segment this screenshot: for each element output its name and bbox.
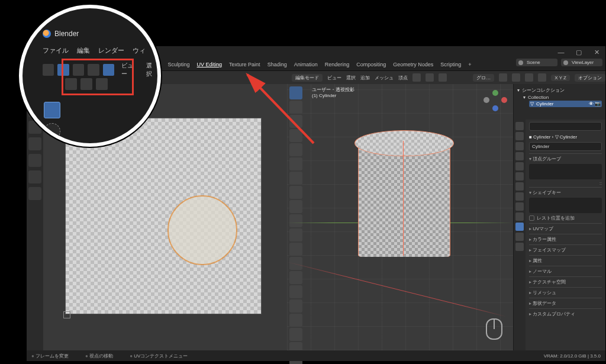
tool-rotate-icon[interactable]	[28, 137, 41, 150]
vptool-spin-icon[interactable]	[289, 299, 302, 313]
options-dropdown[interactable]: オプション	[575, 74, 605, 82]
vp-selectmode-vertex-icon[interactable]	[412, 73, 421, 82]
zoom-tool-tweak-icon[interactable]	[44, 102, 60, 118]
vptool-bevel-icon[interactable]	[289, 243, 302, 256]
tab-animation[interactable]: Animation	[294, 62, 318, 67]
panel-uv-maps-header[interactable]: UVマップ	[529, 226, 602, 232]
proptab-physics-icon[interactable]	[515, 202, 524, 211]
window-close[interactable]: ✕	[589, 47, 604, 57]
vptool-annotate-icon[interactable]	[289, 172, 302, 185]
tab-scripting[interactable]: Scripting	[440, 62, 461, 67]
proptab-viewlayer-icon[interactable]	[515, 142, 524, 150]
vptool-polybuild-icon[interactable]	[289, 285, 302, 298]
shading-rendered-icon[interactable]	[538, 73, 546, 82]
outliner-object-cylinder[interactable]: ▽Cylinder 👁 📷	[529, 101, 602, 107]
menu-edit[interactable]: 編集	[77, 46, 90, 55]
mesh-cylinder-top[interactable]	[354, 130, 454, 156]
proptab-world-icon[interactable]	[515, 162, 524, 170]
menu-render[interactable]: レンダー	[98, 46, 124, 55]
vptool-scale-icon[interactable]	[289, 143, 302, 156]
gizmo-x-icon[interactable]	[501, 97, 507, 103]
mesh-name-field[interactable]	[529, 142, 602, 151]
tab-rendering[interactable]: Rendering	[325, 62, 350, 67]
panel-attributes-header[interactable]: 属性	[529, 257, 602, 264]
panel-color-attributes[interactable]: カラー属性	[529, 234, 602, 244]
tab-compositing[interactable]: Compositing	[356, 62, 386, 67]
vptool-select-icon[interactable]	[289, 86, 302, 99]
vptool-rotate-icon[interactable]	[289, 129, 302, 142]
transform-orientation[interactable]: X Y Z	[551, 75, 570, 81]
vptool-transform-icon[interactable]	[289, 157, 302, 170]
panel-normals[interactable]: ノーマル	[529, 266, 602, 276]
outliner-scene-collection[interactable]: シーンコレクション	[517, 86, 602, 94]
tab-geometry-nodes[interactable]: Geometry Nodes	[393, 62, 433, 67]
gizmo-negx-icon[interactable]	[483, 97, 489, 103]
proptab-output-icon[interactable]	[515, 132, 524, 140]
tab-texture-paint[interactable]: Texture Paint	[229, 62, 260, 67]
gizmo-z-icon[interactable]	[492, 105, 498, 111]
scene-selector[interactable]: Scene	[516, 59, 557, 66]
panel-texture-space-header[interactable]: テクスチャ空間	[529, 279, 602, 285]
panel-geometry-data-header[interactable]: 形状データ	[529, 300, 602, 307]
properties-search-input[interactable]	[529, 122, 602, 131]
vp-menu-select[interactable]: 選択	[346, 75, 356, 81]
panel-color-attributes-header[interactable]: カラー属性	[529, 236, 602, 243]
vptool-cursor-icon[interactable]	[289, 101, 302, 114]
nav-gizmo[interactable]	[483, 90, 507, 114]
panel-geometry-data[interactable]: 形状データ	[529, 298, 602, 308]
vptool-addcube-icon[interactable]	[289, 200, 302, 213]
vptool-edgeslide-icon[interactable]	[289, 328, 302, 341]
panel-texture-space[interactable]: テクスチャ空間	[529, 276, 602, 287]
panel-face-maps[interactable]: フェイスマップ	[529, 244, 602, 255]
proptab-object-icon[interactable]	[515, 172, 524, 181]
mode-selector[interactable]: 編集モード	[292, 74, 323, 82]
proptab-scene-icon[interactable]	[515, 152, 524, 160]
panel-custom-properties[interactable]: カスタムプロパティ	[529, 308, 602, 319]
panel-face-maps-header[interactable]: フェイスマップ	[529, 247, 602, 253]
vp-menu-mesh[interactable]: メッシュ	[375, 75, 394, 81]
panel-shape-keys-header[interactable]: シェイプキー	[529, 189, 602, 196]
vptool-inset-icon[interactable]	[289, 228, 302, 241]
panel-custom-properties-header[interactable]: カスタムプロパティ	[529, 311, 602, 317]
uv-island-circle[interactable]	[167, 195, 237, 265]
menu-window[interactable]: ウィ	[133, 46, 146, 55]
panel-shape-keys[interactable]: シェイプキー レスト位置を追加	[529, 187, 602, 223]
vptool-smooth-icon[interactable]	[289, 314, 302, 327]
tab-add[interactable]: +	[468, 62, 471, 67]
shading-matprev-icon[interactable]	[525, 73, 533, 82]
tool-annotate-icon[interactable]	[28, 187, 41, 200]
window-minimize[interactable]: —	[553, 47, 569, 57]
vptool-extrude-icon[interactable]	[289, 214, 302, 227]
proptab-particles-icon[interactable]	[515, 192, 524, 201]
tool-scale-icon[interactable]	[28, 154, 41, 167]
zoom-select-label[interactable]: 選択	[146, 62, 157, 78]
proptab-modifier-icon[interactable]	[515, 182, 524, 191]
overlay-dropdown[interactable]: グロ…	[473, 74, 494, 82]
gizmo-y-icon[interactable]	[492, 90, 498, 96]
vp-selectmode-face-icon[interactable]	[439, 73, 447, 82]
proptab-material-icon[interactable]	[515, 233, 524, 241]
panel-uv-maps[interactable]: UVマップ	[529, 223, 602, 234]
shading-solid-icon[interactable]	[512, 73, 520, 82]
panel-remesh-header[interactable]: リメッシュ	[529, 289, 602, 296]
outliner-collection[interactable]: Collection	[517, 94, 602, 101]
proptab-data-icon[interactable]	[515, 223, 524, 231]
vptool-measure-icon[interactable]	[289, 186, 302, 199]
proptab-render-icon[interactable]	[515, 122, 524, 130]
vertex-groups-list[interactable]	[529, 164, 602, 179]
panel-remesh[interactable]: リメッシュ	[529, 287, 602, 298]
shape-keys-list[interactable]	[529, 198, 602, 213]
tool-transform-icon[interactable]	[28, 170, 41, 183]
proptab-texture-icon[interactable]	[515, 243, 524, 251]
vptool-move-icon[interactable]	[289, 115, 302, 128]
add-rest-position-row[interactable]: レスト位置を追加	[529, 215, 602, 221]
tab-uv-editing[interactable]: UV Editing	[197, 62, 223, 67]
panel-vertex-groups[interactable]: 頂点グループ ::	[529, 153, 602, 187]
panel-vertex-groups-header[interactable]: 頂点グループ	[529, 156, 602, 162]
editor-type-icon[interactable]	[43, 64, 54, 76]
menu-file[interactable]: ファイル	[43, 46, 69, 55]
shading-wireframe-icon[interactable]	[499, 73, 507, 82]
mesh-cylinder-body[interactable]	[358, 138, 450, 257]
tab-shading[interactable]: Shading	[267, 62, 287, 67]
panel-attributes[interactable]: 属性	[529, 255, 602, 266]
